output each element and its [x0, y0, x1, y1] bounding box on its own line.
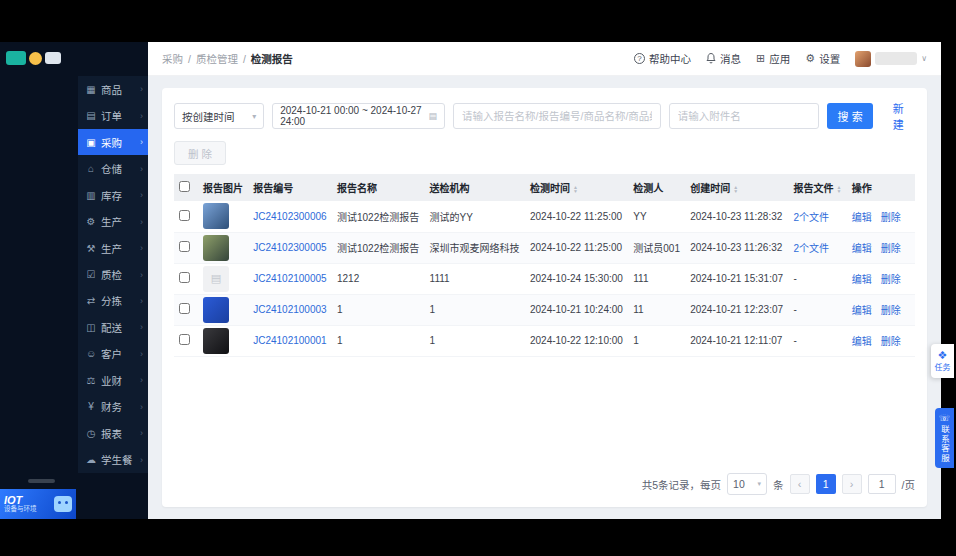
- report-no-link[interactable]: JC24102100005: [253, 273, 326, 284]
- sidebar-item-label: 订单: [101, 108, 122, 123]
- finance-icon: ¥: [85, 401, 97, 412]
- sidebar-item-quality[interactable]: ☑ 质检 ›: [78, 261, 148, 287]
- next-page-button[interactable]: ›: [842, 474, 862, 494]
- page-jump-input[interactable]: [868, 474, 896, 494]
- sidebar-item-production[interactable]: ⚙ 生产 ›: [78, 208, 148, 234]
- current-page-button[interactable]: 1: [816, 474, 836, 494]
- edit-link[interactable]: 编辑: [852, 212, 872, 223]
- chevron-down-icon: ∨: [921, 54, 927, 63]
- report-thumbnail[interactable]: [203, 297, 229, 323]
- tester-cell: YY: [628, 201, 685, 232]
- files-link[interactable]: 2个文件: [793, 212, 829, 223]
- sidebar-item-customers[interactable]: ☺ 客户 ›: [78, 341, 148, 367]
- breadcrumb-purchase[interactable]: 采购: [162, 51, 183, 66]
- sidebar-scrollbar[interactable]: [28, 479, 55, 483]
- report-thumbnail[interactable]: [203, 203, 229, 229]
- report-thumbnail[interactable]: [203, 235, 229, 261]
- sidebar-item-finance[interactable]: ¥ 财务 ›: [78, 394, 148, 420]
- sort-created[interactable]: ▲▼: [733, 185, 738, 193]
- messages-button[interactable]: 消息: [706, 51, 741, 66]
- sidebar-item-reports[interactable]: ◷ 报表 ›: [78, 420, 148, 446]
- report-no-link[interactable]: JC24102100003: [253, 304, 326, 315]
- customers-icon: ☺: [85, 348, 97, 359]
- reports-icon: ◷: [85, 428, 97, 439]
- row-checkbox[interactable]: [179, 210, 190, 221]
- sort-files[interactable]: ▲▼: [836, 185, 841, 193]
- delete-selected-button[interactable]: 删 除: [174, 141, 226, 165]
- row-checkbox[interactable]: [179, 303, 190, 314]
- report-thumbnail[interactable]: [203, 328, 229, 354]
- table-row: JC24102100001 1 1 2024-10-22 12:10:00 1 …: [174, 325, 915, 356]
- iot-badge[interactable]: IOT 设备与环境: [0, 489, 76, 519]
- delete-link[interactable]: 删除: [881, 274, 901, 285]
- sidebar-item-label: 分拣: [101, 293, 122, 308]
- user-account[interactable]: ∨: [855, 51, 927, 67]
- created-cell: 2024-10-23 11:28:32: [685, 201, 788, 232]
- layers-icon: ❖: [933, 349, 952, 362]
- files-link[interactable]: 2个文件: [793, 243, 829, 254]
- apps-button[interactable]: ⊞ 应用: [756, 51, 790, 66]
- report-no-link[interactable]: JC24102300005: [253, 242, 326, 253]
- chevron-right-icon: ›: [140, 190, 143, 200]
- page-size-select[interactable]: 10 ▾: [727, 473, 767, 495]
- edit-link[interactable]: 编辑: [852, 243, 872, 254]
- sidebar-item-goods[interactable]: ▦ 商品 ›: [78, 76, 148, 102]
- report-name-cell: 1212: [332, 263, 425, 294]
- help-center-button[interactable]: ? 帮助中心: [634, 51, 691, 66]
- edit-link[interactable]: 编辑: [852, 336, 872, 347]
- test-time-cell: 2024-10-22 11:25:00: [525, 232, 628, 263]
- sidebar-item-delivery[interactable]: ◫ 配送 ›: [78, 314, 148, 340]
- sidebar-item-sorting[interactable]: ⇄ 分拣 ›: [78, 288, 148, 314]
- tasks-floating-button[interactable]: ❖ 任务: [931, 344, 954, 378]
- sidebar-item-inventory[interactable]: ▥ 库存 ›: [78, 182, 148, 208]
- apps-label: 应用: [769, 51, 790, 66]
- edit-link[interactable]: 编辑: [852, 305, 872, 316]
- username-redacted: [875, 52, 917, 65]
- keyword-search-input[interactable]: [453, 103, 661, 129]
- production-icon: ⚙: [85, 216, 97, 227]
- report-no-link[interactable]: JC24102300006: [253, 211, 326, 222]
- delete-link[interactable]: 删除: [881, 336, 901, 347]
- logo-block-teal: [6, 51, 26, 65]
- sidebar-item-label: 质检: [101, 267, 122, 282]
- attachment-search-input[interactable]: [669, 103, 819, 129]
- row-checkbox[interactable]: [179, 241, 190, 252]
- main-area: 采购 / 质检管理 / 检测报告 ? 帮助中心 消息: [148, 42, 941, 519]
- filter-bar: 按创建时间 ▾ 2024-10-21 00:00 ~ 2024-10-27 24…: [174, 100, 915, 132]
- col-org: 送检机构: [425, 174, 525, 201]
- row-checkbox[interactable]: [179, 334, 190, 345]
- chevron-right-icon: ›: [140, 243, 143, 253]
- select-all-checkbox[interactable]: [179, 181, 190, 192]
- date-range-picker[interactable]: 2024-10-21 00:00 ~ 2024-10-27 24:00 ▤: [272, 103, 445, 129]
- sidebar-item-student-meal[interactable]: ☁ 学生餐 ›: [78, 447, 148, 473]
- create-button[interactable]: 新 建: [881, 100, 915, 132]
- purchase-icon: ▣: [85, 137, 97, 148]
- edit-link[interactable]: 编辑: [852, 274, 872, 285]
- sidebar-item-production-2[interactable]: ⚒ 生产 ›: [78, 235, 148, 261]
- row-actions: 编辑删除: [847, 232, 915, 263]
- sidebar-item-biz-finance[interactable]: ⚖ 业财 ›: [78, 367, 148, 393]
- messages-label: 消息: [720, 51, 741, 66]
- sidebar-item-purchase[interactable]: ▣ 采购 ›: [78, 129, 148, 155]
- search-button[interactable]: 搜 索: [827, 103, 874, 129]
- breadcrumb-qc-management[interactable]: 质检管理: [196, 51, 238, 66]
- report-no-link[interactable]: JC24102100001: [253, 335, 326, 346]
- sort-test-time[interactable]: ▲▼: [573, 185, 578, 193]
- prev-page-button[interactable]: ‹: [790, 474, 810, 494]
- delete-link[interactable]: 删除: [881, 212, 901, 223]
- report-table: 报告图片 报告编号 报告名称 送检机构 检测时间▲▼ 检测人 创建时间▲▼ 报告…: [174, 174, 915, 357]
- sidebar-item-orders[interactable]: ▤ 订单 ›: [78, 102, 148, 128]
- delete-link[interactable]: 删除: [881, 305, 901, 316]
- delete-link[interactable]: 删除: [881, 243, 901, 254]
- chevron-right-icon: ›: [140, 137, 143, 147]
- table-header-row: 报告图片 报告编号 报告名称 送检机构 检测时间▲▼ 检测人 创建时间▲▼ 报告…: [174, 174, 915, 201]
- chevron-right-icon: ›: [140, 349, 143, 359]
- settings-button[interactable]: ⚙ 设置: [805, 51, 840, 66]
- sidebar-item-warehouse[interactable]: ⌂ 仓储 ›: [78, 155, 148, 181]
- contact-service-floating-button[interactable]: ☏ 联系客服: [935, 408, 954, 468]
- time-type-select[interactable]: 按创建时间 ▾: [174, 103, 264, 129]
- row-checkbox[interactable]: [179, 272, 190, 283]
- report-thumbnail-placeholder[interactable]: ▤: [203, 266, 229, 292]
- col-report-name: 报告名称: [332, 174, 425, 201]
- delivery-icon: ◫: [85, 322, 97, 333]
